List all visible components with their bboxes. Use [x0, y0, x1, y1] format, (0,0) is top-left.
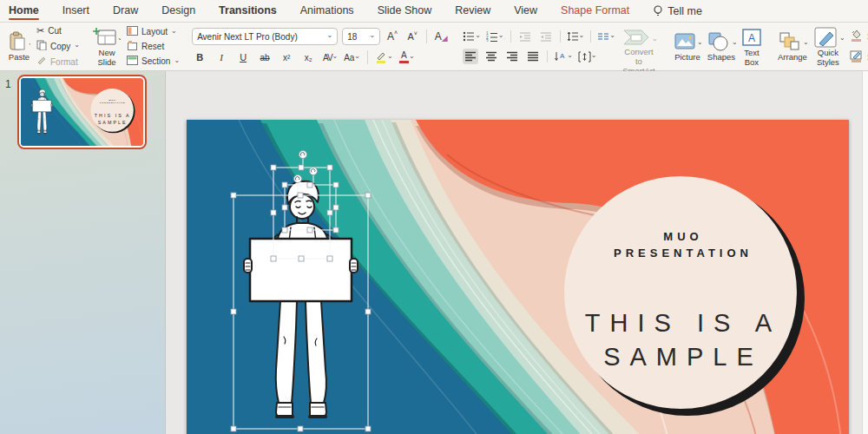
copy-icon — [36, 40, 47, 52]
paragraph-group: ⌄ 123⌄ ⌄ ⌄ A⌄ ⌄ — [461, 25, 617, 68]
shapes-button[interactable]: ⌄ Shapes — [704, 29, 739, 63]
layout-icon — [127, 26, 138, 37]
decrease-font-button[interactable]: A˅ — [404, 29, 420, 44]
paste-button[interactable]: ⌄ Paste — [5, 29, 33, 63]
slide-1-thumbnail[interactable] — [17, 75, 147, 149]
increase-font-button[interactable]: A˄ — [385, 29, 400, 44]
quick-styles-button[interactable]: ⌄ Quick Styles — [810, 24, 846, 69]
font-color-button[interactable]: A⌄ — [399, 49, 415, 65]
svg-text:A: A — [560, 52, 565, 60]
line-spacing-button[interactable]: ⌄ — [567, 29, 585, 44]
arrange-button[interactable]: ⌄ Arrange — [775, 29, 810, 63]
reset-button[interactable]: Reset — [127, 41, 180, 52]
thumbnail-preview — [21, 78, 143, 146]
convert-to-smartart-button[interactable]: ⌄ Convert to SmartArt — [617, 25, 661, 68]
bullets-button[interactable]: ⌄ — [463, 29, 481, 44]
tell-me[interactable]: Tell me — [653, 5, 702, 17]
ribbon: ⌄ Paste ✂Cut Copy⌄ Format ⌄ New Slide La… — [0, 23, 868, 71]
scissors-icon: ✂ — [36, 25, 44, 36]
tab-review[interactable]: Review — [455, 1, 490, 22]
slide-number: 1 — [5, 78, 11, 90]
tab-transitions[interactable]: Transitions — [219, 1, 277, 22]
content-area: 1 — [0, 71, 868, 434]
arrange-icon: ⌄ — [778, 30, 807, 53]
svg-text:⌄: ⌄ — [28, 39, 30, 47]
cut-button[interactable]: ✂Cut — [36, 25, 80, 36]
font-group: Avenir Next LT Pro (Body)⌄ 18⌄ A˄ A˅ A◢ … — [190, 25, 450, 68]
align-left-button[interactable] — [463, 49, 478, 64]
tab-animations[interactable]: Animations — [300, 1, 354, 22]
align-right-button[interactable] — [504, 49, 520, 64]
tab-view[interactable]: View — [514, 1, 537, 22]
shape-fill-button[interactable]: Shape Fill⌄ — [850, 29, 868, 43]
shape-outline-button[interactable]: Shape Outline⌄ — [850, 49, 868, 64]
clear-formatting-button[interactable]: A◢ — [433, 29, 449, 44]
tab-insert[interactable]: Insert — [62, 1, 89, 22]
tab-slide-show[interactable]: Slide Show — [378, 1, 432, 22]
decrease-indent-button[interactable] — [517, 29, 533, 44]
italic-button[interactable]: I — [214, 49, 229, 65]
strikethrough-button[interactable]: ab — [257, 49, 273, 65]
bold-button[interactable]: B — [192, 49, 207, 65]
numbering-button[interactable]: 123⌄ — [486, 29, 504, 44]
quick-styles-icon: ⌄ — [812, 26, 844, 49]
svg-text:⌄: ⌄ — [732, 38, 736, 46]
text-direction-button[interactable]: A⌄ — [554, 49, 573, 64]
svg-text:⌄: ⌄ — [803, 38, 807, 46]
character-spacing-button[interactable]: AV⌄ — [322, 49, 338, 65]
vertical-scrollbar[interactable] — [862, 71, 868, 434]
svg-text:A: A — [748, 32, 755, 44]
svg-text:⌄: ⌄ — [117, 34, 121, 42]
align-text-button[interactable]: ⌄ — [578, 49, 597, 64]
lightbulb-icon — [653, 5, 663, 17]
shape-outline-icon — [850, 49, 863, 64]
copy-button[interactable]: Copy⌄ — [36, 40, 80, 52]
svg-text:⌄: ⌄ — [697, 38, 701, 46]
font-name-select[interactable]: Avenir Next LT Pro (Body)⌄ — [192, 28, 338, 45]
new-slide-button[interactable]: ⌄ New Slide — [90, 24, 123, 69]
justify-button[interactable] — [525, 49, 541, 64]
superscript-button[interactable]: x² — [279, 49, 294, 65]
tab-shape-format[interactable]: Shape Format — [561, 1, 629, 22]
shapes-icon: ⌄ — [707, 30, 736, 53]
layout-button[interactable]: Layout⌄ — [127, 26, 180, 37]
tab-design[interactable]: Design — [161, 1, 195, 22]
shape-fill-icon — [850, 29, 863, 43]
smartart-icon: ⌄ — [621, 27, 657, 48]
tab-draw[interactable]: Draw — [113, 1, 138, 22]
columns-button[interactable]: ⌄ — [597, 29, 615, 44]
reset-icon — [127, 41, 138, 52]
highlight-color-button[interactable]: ⌄ — [375, 49, 393, 65]
new-slide-icon: ⌄ — [93, 26, 121, 49]
slides-group: ⌄ New Slide Layout⌄ Reset Section⌄ — [90, 25, 180, 68]
underline-button[interactable]: U — [235, 49, 251, 65]
tab-home[interactable]: Home — [9, 1, 39, 22]
svg-text:⌄: ⌄ — [652, 35, 657, 43]
section-button[interactable]: Section⌄ — [127, 56, 180, 67]
subscript-button[interactable]: x₂ — [300, 49, 316, 65]
increase-indent-button[interactable] — [538, 29, 554, 44]
picture-button[interactable]: ⌄ Picture — [671, 29, 704, 63]
text-box-button[interactable]: A Text Box — [739, 24, 765, 69]
clipboard-group: ⌄ Paste ✂Cut Copy⌄ Format — [5, 25, 80, 68]
slide-thumbnail-panel: 1 — [0, 71, 166, 434]
svg-text:⌄: ⌄ — [839, 34, 844, 42]
text-box-icon: A — [741, 26, 762, 49]
slide-canvas — [166, 71, 868, 434]
arrange-group: ⌄ Arrange ⌄ Quick Styles Shape Fill⌄ Sha… — [775, 25, 868, 68]
align-center-button[interactable] — [483, 49, 499, 64]
change-case-button[interactable]: Aa⌄ — [344, 49, 360, 65]
format-painter-button[interactable]: Format — [36, 56, 80, 68]
insert-group: ⌄ Picture ⌄ Shapes A Text Box — [671, 25, 765, 68]
svg-text:3: 3 — [486, 39, 489, 43]
tell-me-label: Tell me — [667, 5, 702, 17]
section-icon — [127, 56, 138, 67]
clipboard-icon: ⌄ — [8, 30, 30, 53]
menu-bar: Home Insert Draw Design Transitions Anim… — [0, 0, 868, 23]
picture-icon: ⌄ — [674, 30, 701, 53]
slide-editor[interactable] — [187, 120, 849, 434]
font-size-select[interactable]: 18⌄ — [342, 28, 380, 45]
format-painter-icon — [36, 56, 47, 68]
